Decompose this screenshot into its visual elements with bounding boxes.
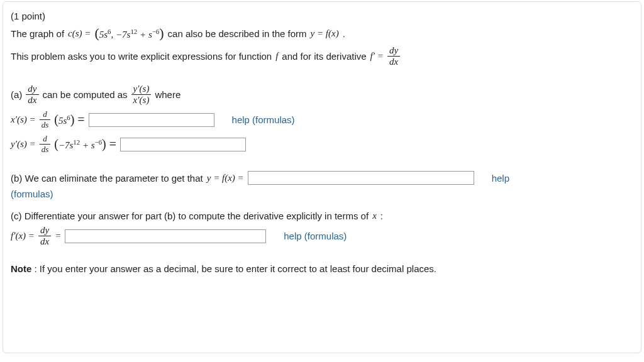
note-line: Note : If you enter your answer as a dec… [11,263,633,274]
fpx-lhs: f′(x) = [11,231,35,241]
xprime-line: x′(s) = d ds (5s6) = help (formulas) [11,109,633,130]
part-b-formulas-cont: (formulas) [11,189,633,199]
xps-den: x′(s) [131,94,152,106]
part-c-line2: f′(x) = dy dx = help (formulas) [11,225,633,247]
d-ds-fraction: d ds [40,109,51,130]
cs-eq-lhs: c(s) = [68,28,91,39]
x-var: x [372,211,377,221]
points-line: (1 point) [11,11,633,21]
colon: : [380,211,383,221]
intro-post: can also be described in the form [168,28,307,39]
yprime-input[interactable] [120,138,246,151]
arg-mid: + s [80,140,94,150]
yps-lhs: y′(s) = [11,139,36,150]
help-link-xprime[interactable]: help (formulas) [232,114,295,125]
d-ds-fraction-y: d ds [40,134,51,155]
sep2: + s [137,30,152,40]
part-c-line1: (c) Differentiate your answer for part (… [11,211,633,221]
paren-open: ( [94,25,99,41]
yps-arg: (−7s12 + s−6) = [54,137,116,151]
intro-line-2: This problem asks you to write explicit … [11,45,633,67]
yps-over-xps: y′(s) x′(s) [131,84,152,106]
ds-den: ds [40,144,51,155]
where-text: where [155,89,180,100]
paren-close: ) [159,25,164,41]
fprime-symbol: f′ = [370,51,384,62]
arg-exp2: −6 [95,138,103,146]
sep1: , −7s [111,30,131,40]
points-label: (1 point) [11,11,45,21]
dy-dx-fraction: dy dx [387,45,400,67]
part-b-input[interactable] [248,171,474,185]
intro-text: The graph of [11,28,64,39]
intro2-text: This problem asks you to write explicit … [11,51,272,62]
dy-dx-fraction-a: dy dx [26,84,38,106]
arg-neg7s: −7s [58,140,73,150]
period: . [343,28,345,39]
xps-lhs: x′(s) = [11,114,36,125]
note-label: Note [11,263,31,274]
eq-sign: = [55,231,61,241]
cs-paren-expr: (5s6, −7s12 + s−6) [94,25,164,41]
f-symbol: f [275,51,278,62]
yps-num: y′(s) [131,84,152,94]
d-num: d [40,134,51,144]
part-a-label: (a) [11,89,22,100]
part-a-line: (a) dy dx can be computed as y′(s) x′(s)… [11,84,633,106]
dx-den: dx [38,236,51,247]
help-link-c[interactable]: help (formulas) [284,231,347,241]
y-fx-eq: y = f(x) = [207,173,244,184]
xps-arg: (5s6) = [54,112,84,127]
part-a-mid: can be computed as [43,89,128,100]
arg-base: 5s [58,116,67,126]
dy-num: dy [26,84,38,94]
dx-den: dx [26,94,38,106]
arg-close-eq: ) = [102,137,116,151]
dx-den: dx [387,56,400,67]
help-link-b[interactable]: help [492,173,509,184]
xprime-input[interactable] [89,113,214,127]
arg-exp1: 12 [73,138,80,146]
intro2-mid: and for its derivative [282,51,366,62]
part-b-text: (b) We can eliminate the parameter to ge… [11,173,203,184]
dy-dx-fraction-c: dy dx [38,225,51,247]
arg-open: ( [54,137,58,151]
dy-num: dy [387,45,400,56]
arg-open: ( [54,112,58,126]
part-b-line: (b) We can eliminate the parameter to ge… [11,171,633,185]
arg-close-eq: ) = [70,112,85,126]
d-num: d [40,109,51,119]
part-c-input[interactable] [65,229,266,243]
help-link-b-formulas[interactable]: (formulas) [11,189,53,199]
yprime-line: y′(s) = d ds (−7s12 + s−6) = [11,134,633,155]
term2-exp: 12 [130,28,137,35]
term1-base: 5s [99,30,108,40]
y-equals-fx: y = f(x) [311,28,339,39]
note-text: : If you enter your answer as a decimal,… [31,263,436,274]
intro-line-1: The graph of c(s) = (5s6, −7s12 + s−6) c… [11,25,633,41]
term3-exp: −6 [152,28,160,35]
problem-container: (1 point) The graph of c(s) = (5s6, −7s1… [3,1,641,353]
part-c-text: (c) Differentiate your answer for part (… [11,211,369,221]
ds-den: ds [40,119,51,130]
dy-num: dy [38,225,51,236]
